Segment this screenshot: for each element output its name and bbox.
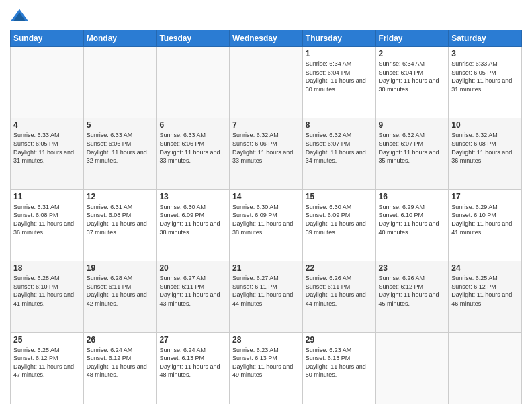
- calendar-cell: 3Sunrise: 6:33 AM Sunset: 6:05 PM Daylig…: [449, 47, 522, 118]
- calendar-cell: [83, 47, 157, 118]
- calendar-cell: 29Sunrise: 6:23 AM Sunset: 6:13 PM Dayli…: [302, 332, 375, 404]
- weekday-header-row: SundayMondayTuesdayWednesdayThursdayFrid…: [11, 30, 522, 47]
- day-number: 28: [232, 335, 300, 345]
- day-number: 18: [13, 263, 81, 273]
- day-info: Sunrise: 6:26 AM Sunset: 6:12 PM Dayligh…: [379, 274, 446, 308]
- calendar-cell: 10Sunrise: 6:32 AM Sunset: 6:08 PM Dayli…: [449, 118, 522, 189]
- day-number: 6: [159, 120, 226, 130]
- day-info: Sunrise: 6:32 AM Sunset: 6:08 PM Dayligh…: [451, 131, 519, 165]
- header: [10, 7, 522, 26]
- day-info: Sunrise: 6:23 AM Sunset: 6:13 PM Dayligh…: [232, 346, 300, 379]
- calendar-cell: [11, 47, 84, 118]
- day-number: 1: [306, 49, 373, 58]
- calendar-cell: 20Sunrise: 6:27 AM Sunset: 6:11 PM Dayli…: [157, 261, 230, 332]
- day-number: 22: [306, 263, 373, 273]
- day-info: Sunrise: 6:29 AM Sunset: 6:10 PM Dayligh…: [451, 203, 519, 236]
- day-info: Sunrise: 6:33 AM Sunset: 6:06 PM Dayligh…: [159, 131, 226, 165]
- day-info: Sunrise: 6:25 AM Sunset: 6:12 PM Dayligh…: [13, 346, 81, 379]
- day-info: Sunrise: 6:23 AM Sunset: 6:13 PM Dayligh…: [306, 346, 373, 379]
- calendar-cell: 24Sunrise: 6:25 AM Sunset: 6:12 PM Dayli…: [449, 261, 522, 332]
- weekday-header-friday: Friday: [375, 30, 449, 47]
- day-number: 12: [87, 192, 154, 201]
- weekday-header-monday: Monday: [83, 30, 157, 47]
- day-number: 2: [379, 49, 446, 58]
- weekday-header-sunday: Sunday: [11, 30, 84, 47]
- week-row-2: 11Sunrise: 6:31 AM Sunset: 6:08 PM Dayli…: [11, 189, 522, 261]
- calendar-cell: 25Sunrise: 6:25 AM Sunset: 6:12 PM Dayli…: [11, 332, 84, 404]
- day-number: 21: [232, 263, 300, 273]
- calendar-cell: 26Sunrise: 6:24 AM Sunset: 6:12 PM Dayli…: [83, 332, 157, 404]
- day-info: Sunrise: 6:30 AM Sunset: 6:09 PM Dayligh…: [232, 203, 300, 236]
- calendar-cell: 5Sunrise: 6:33 AM Sunset: 6:06 PM Daylig…: [83, 118, 157, 189]
- page: SundayMondayTuesdayWednesdayThursdayFrid…: [0, 0, 532, 411]
- day-info: Sunrise: 6:25 AM Sunset: 6:12 PM Dayligh…: [451, 274, 519, 308]
- calendar-cell: 11Sunrise: 6:31 AM Sunset: 6:08 PM Dayli…: [11, 189, 84, 261]
- day-number: 23: [379, 263, 446, 273]
- day-info: Sunrise: 6:32 AM Sunset: 6:07 PM Dayligh…: [379, 131, 446, 165]
- calendar-cell: 8Sunrise: 6:32 AM Sunset: 6:07 PM Daylig…: [302, 118, 375, 189]
- calendar-cell: 16Sunrise: 6:29 AM Sunset: 6:10 PM Dayli…: [375, 189, 449, 261]
- logo: [10, 7, 32, 26]
- day-number: 14: [232, 192, 300, 201]
- weekday-header-saturday: Saturday: [449, 30, 522, 47]
- calendar-cell: 12Sunrise: 6:31 AM Sunset: 6:08 PM Dayli…: [83, 189, 157, 261]
- day-info: Sunrise: 6:31 AM Sunset: 6:08 PM Dayligh…: [87, 203, 154, 236]
- day-info: Sunrise: 6:33 AM Sunset: 6:05 PM Dayligh…: [451, 60, 519, 93]
- calendar-cell: 21Sunrise: 6:27 AM Sunset: 6:11 PM Dayli…: [230, 261, 303, 332]
- day-number: 10: [451, 120, 519, 130]
- day-info: Sunrise: 6:28 AM Sunset: 6:10 PM Dayligh…: [13, 274, 81, 308]
- calendar-cell: 22Sunrise: 6:26 AM Sunset: 6:11 PM Dayli…: [302, 261, 375, 332]
- week-row-1: 4Sunrise: 6:33 AM Sunset: 6:05 PM Daylig…: [11, 118, 522, 189]
- day-info: Sunrise: 6:24 AM Sunset: 6:12 PM Dayligh…: [87, 346, 154, 379]
- calendar-cell: 1Sunrise: 6:34 AM Sunset: 6:04 PM Daylig…: [302, 47, 375, 118]
- day-info: Sunrise: 6:27 AM Sunset: 6:11 PM Dayligh…: [159, 274, 226, 308]
- day-number: 4: [13, 120, 81, 130]
- calendar-cell: 6Sunrise: 6:33 AM Sunset: 6:06 PM Daylig…: [157, 118, 230, 189]
- day-info: Sunrise: 6:29 AM Sunset: 6:10 PM Dayligh…: [379, 203, 446, 236]
- calendar-cell: 13Sunrise: 6:30 AM Sunset: 6:09 PM Dayli…: [157, 189, 230, 261]
- calendar-cell: 19Sunrise: 6:28 AM Sunset: 6:11 PM Dayli…: [83, 261, 157, 332]
- day-info: Sunrise: 6:24 AM Sunset: 6:13 PM Dayligh…: [159, 346, 226, 379]
- day-number: 20: [159, 263, 226, 273]
- logo-icon: [10, 7, 29, 26]
- calendar-cell: 2Sunrise: 6:34 AM Sunset: 6:04 PM Daylig…: [375, 47, 449, 118]
- calendar-cell: 7Sunrise: 6:32 AM Sunset: 6:06 PM Daylig…: [230, 118, 303, 189]
- day-info: Sunrise: 6:31 AM Sunset: 6:08 PM Dayligh…: [13, 203, 81, 236]
- day-info: Sunrise: 6:28 AM Sunset: 6:11 PM Dayligh…: [87, 274, 154, 308]
- week-row-0: 1Sunrise: 6:34 AM Sunset: 6:04 PM Daylig…: [11, 47, 522, 118]
- calendar-cell: [375, 332, 449, 404]
- day-number: 11: [13, 192, 81, 201]
- day-info: Sunrise: 6:27 AM Sunset: 6:11 PM Dayligh…: [232, 274, 300, 308]
- day-number: 16: [379, 192, 446, 201]
- day-number: 8: [306, 120, 373, 130]
- day-info: Sunrise: 6:34 AM Sunset: 6:04 PM Dayligh…: [306, 60, 373, 93]
- day-number: 9: [379, 120, 446, 130]
- day-info: Sunrise: 6:32 AM Sunset: 6:07 PM Dayligh…: [306, 131, 373, 165]
- day-info: Sunrise: 6:34 AM Sunset: 6:04 PM Dayligh…: [379, 60, 446, 93]
- day-number: 27: [159, 335, 226, 345]
- day-number: 13: [159, 192, 226, 201]
- calendar-cell: 23Sunrise: 6:26 AM Sunset: 6:12 PM Dayli…: [375, 261, 449, 332]
- week-row-4: 25Sunrise: 6:25 AM Sunset: 6:12 PM Dayli…: [11, 332, 522, 404]
- calendar-cell: [230, 47, 303, 118]
- calendar-cell: 18Sunrise: 6:28 AM Sunset: 6:10 PM Dayli…: [11, 261, 84, 332]
- calendar-cell: 28Sunrise: 6:23 AM Sunset: 6:13 PM Dayli…: [230, 332, 303, 404]
- calendar-table: SundayMondayTuesdayWednesdayThursdayFrid…: [10, 30, 522, 404]
- day-number: 5: [87, 120, 154, 130]
- day-number: 15: [306, 192, 373, 201]
- weekday-header-thursday: Thursday: [302, 30, 375, 47]
- weekday-header-wednesday: Wednesday: [230, 30, 303, 47]
- day-number: 24: [451, 263, 519, 273]
- calendar-cell: 4Sunrise: 6:33 AM Sunset: 6:05 PM Daylig…: [11, 118, 84, 189]
- day-number: 19: [87, 263, 154, 273]
- calendar-cell: 27Sunrise: 6:24 AM Sunset: 6:13 PM Dayli…: [157, 332, 230, 404]
- calendar-cell: 17Sunrise: 6:29 AM Sunset: 6:10 PM Dayli…: [449, 189, 522, 261]
- calendar-cell: [157, 47, 230, 118]
- calendar-cell: [449, 332, 522, 404]
- day-number: 17: [451, 192, 519, 201]
- weekday-header-tuesday: Tuesday: [157, 30, 230, 47]
- day-info: Sunrise: 6:33 AM Sunset: 6:06 PM Dayligh…: [87, 131, 154, 165]
- day-number: 29: [306, 335, 373, 345]
- day-number: 7: [232, 120, 300, 130]
- day-info: Sunrise: 6:30 AM Sunset: 6:09 PM Dayligh…: [306, 203, 373, 236]
